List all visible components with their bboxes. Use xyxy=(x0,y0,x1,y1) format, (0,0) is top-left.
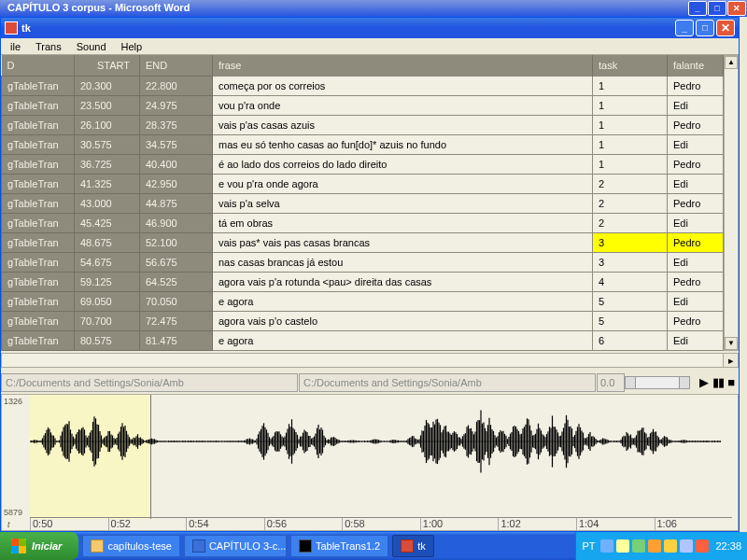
tray-icon[interactable] xyxy=(616,539,629,553)
cell-start[interactable]: 36.725 xyxy=(75,154,140,174)
cell-frase[interactable]: vais p'a selva xyxy=(213,193,593,213)
taskbar-item[interactable]: TableTrans1.2 xyxy=(290,535,388,557)
cell-frase[interactable]: vais pas* vais pas casas brancas xyxy=(213,232,593,252)
cell-task[interactable]: 3 xyxy=(593,232,668,252)
scrollbar-thumb[interactable] xyxy=(2,354,170,367)
cell-task[interactable]: 2 xyxy=(593,193,668,213)
cell-falante[interactable]: Edi xyxy=(668,291,724,311)
menu-sound[interactable]: Sound xyxy=(69,39,114,54)
cell-start[interactable]: 70.700 xyxy=(75,311,140,330)
table-row[interactable]: gTableTran70.70072.475agora vais p'o cas… xyxy=(2,311,739,330)
cell-task[interactable]: 1 xyxy=(593,115,668,134)
cell-end[interactable]: 81.475 xyxy=(140,330,213,350)
taskbar[interactable]: Iniciar capítulos-teseCAPÍTULO 3-c...Tab… xyxy=(0,532,747,560)
col-id[interactable]: D xyxy=(2,55,75,76)
cell-end[interactable]: 42.950 xyxy=(140,174,213,193)
cell-falante[interactable]: Edi xyxy=(668,174,724,193)
cell-id[interactable]: gTableTran xyxy=(2,311,75,330)
taskbar-item[interactable]: capítulos-tese xyxy=(82,535,179,557)
cell-frase[interactable]: agora vais p'a rotunda <pau> direita das… xyxy=(213,272,593,291)
close-button[interactable]: ✕ xyxy=(716,20,735,36)
cell-start[interactable]: 20.300 xyxy=(75,76,140,95)
cell-end[interactable]: 44.875 xyxy=(140,193,213,213)
tray-icon[interactable] xyxy=(600,539,613,553)
cell-end[interactable]: 22.800 xyxy=(140,76,213,95)
cell-task[interactable]: 3 xyxy=(593,252,668,272)
clock[interactable]: 22:38 xyxy=(715,540,741,552)
bg-close-button[interactable]: ✕ xyxy=(727,1,746,16)
col-start[interactable]: START xyxy=(75,55,140,76)
taskbar-item[interactable]: tk xyxy=(392,535,434,557)
cell-start[interactable]: 69.050 xyxy=(75,291,140,311)
col-falante[interactable]: falante xyxy=(668,55,724,76)
stop-icon[interactable]: ■ xyxy=(727,376,735,388)
tray-icon[interactable] xyxy=(664,539,677,553)
cell-falante[interactable]: Edi xyxy=(668,134,724,154)
cell-id[interactable]: gTableTran xyxy=(2,174,75,193)
mini-scrollbar[interactable] xyxy=(625,376,690,389)
cell-id[interactable]: gTableTran xyxy=(2,76,75,95)
cell-id[interactable]: gTableTran xyxy=(2,330,75,350)
table-row[interactable]: gTableTran54.67556.675nas casas brancas … xyxy=(2,252,739,272)
table-row[interactable]: gTableTran45.42546.900tá em obras2Edi xyxy=(2,213,739,232)
table-row[interactable]: gTableTran59.12564.525agora vais p'a rot… xyxy=(2,272,739,291)
table-row[interactable]: gTableTran69.05070.050e agora5Edi xyxy=(2,291,739,311)
cell-frase[interactable]: é ao lado dos correios do lado direito xyxy=(213,154,593,174)
cell-falante[interactable]: Pedro xyxy=(668,272,724,291)
cell-start[interactable]: 41.325 xyxy=(75,174,140,193)
transcription-table[interactable]: D START END frase task falante gTableTra… xyxy=(1,55,739,351)
cell-task[interactable]: 1 xyxy=(593,95,668,115)
table-row[interactable]: gTableTran43.00044.875vais p'a selva2Ped… xyxy=(2,193,739,213)
menu-file[interactable]: ile xyxy=(3,39,28,54)
waveform-panel[interactable]: 1326 5879 t 0:500:520:540:560:581:001:02… xyxy=(1,394,739,532)
cell-task[interactable]: 2 xyxy=(593,213,668,232)
cell-end[interactable]: 52.100 xyxy=(140,232,213,252)
cell-falante[interactable]: Pedro xyxy=(668,154,724,174)
cell-falante[interactable]: Pedro xyxy=(668,115,724,134)
audio-path-2[interactable]: C:/Documents and Settings/Sonia/Amb xyxy=(299,373,596,392)
cell-task[interactable]: 4 xyxy=(593,272,668,291)
cell-id[interactable]: gTableTran xyxy=(2,272,75,291)
table-row[interactable]: gTableTran80.57581.475e agora6Edi xyxy=(2,330,739,350)
cell-end[interactable]: 40.400 xyxy=(140,154,213,174)
play-icon[interactable]: ▶ xyxy=(699,376,709,388)
col-end[interactable]: END xyxy=(140,55,213,76)
cell-id[interactable]: gTableTran xyxy=(2,193,75,213)
cell-end[interactable]: 34.575 xyxy=(140,134,213,154)
cell-task[interactable]: 5 xyxy=(593,311,668,330)
minimize-button[interactable]: _ xyxy=(675,20,694,36)
table-vertical-scrollbar[interactable]: ▲ ▼ xyxy=(724,55,739,351)
cell-start[interactable]: 80.575 xyxy=(75,330,140,350)
scroll-up-arrow-icon[interactable]: ▲ xyxy=(725,56,738,69)
cell-start[interactable]: 54.675 xyxy=(75,252,140,272)
cell-end[interactable]: 28.375 xyxy=(140,115,213,134)
cell-frase[interactable]: mas eu só tenho casas ao fun[do]* azuis … xyxy=(213,134,593,154)
cell-start[interactable]: 23.500 xyxy=(75,95,140,115)
zoom-value[interactable]: 0.0 xyxy=(597,373,625,392)
cell-falante[interactable]: Edi xyxy=(668,330,724,350)
cell-id[interactable]: gTableTran xyxy=(2,115,75,134)
table-horizontal-scrollbar[interactable]: ▸ xyxy=(1,353,739,368)
cell-task[interactable]: 1 xyxy=(593,76,668,95)
table-row[interactable]: gTableTran48.67552.100vais pas* vais pas… xyxy=(2,232,739,252)
cell-end[interactable]: 70.050 xyxy=(140,291,213,311)
taskbar-item[interactable]: CAPÍTULO 3-c... xyxy=(184,535,287,557)
cell-task[interactable]: 2 xyxy=(593,174,668,193)
cell-falante[interactable]: Edi xyxy=(668,95,724,115)
cell-task[interactable]: 1 xyxy=(593,154,668,174)
table-row[interactable]: gTableTran20.30022.800começa por os corr… xyxy=(2,76,739,95)
cell-falante[interactable]: Pedro xyxy=(668,76,724,95)
scroll-right-arrow-icon[interactable]: ▸ xyxy=(723,354,738,367)
maximize-button[interactable]: □ xyxy=(696,20,714,36)
cell-id[interactable]: gTableTran xyxy=(2,154,75,174)
cell-start[interactable]: 48.675 xyxy=(75,232,140,252)
cell-frase[interactable]: nas casas brancas já estou xyxy=(213,252,593,272)
menu-trans[interactable]: Trans xyxy=(28,39,69,54)
cell-falante[interactable]: Pedro xyxy=(668,311,724,330)
language-indicator[interactable]: PT xyxy=(582,540,595,552)
pause-icon[interactable]: ▮▮ xyxy=(712,376,724,388)
cell-end[interactable]: 56.675 xyxy=(140,252,213,272)
bg-minimize-button[interactable]: _ xyxy=(688,1,707,16)
titlebar[interactable]: tk _ □ ✕ xyxy=(1,18,739,38)
table-row[interactable]: gTableTran30.57534.575mas eu só tenho ca… xyxy=(2,134,739,154)
